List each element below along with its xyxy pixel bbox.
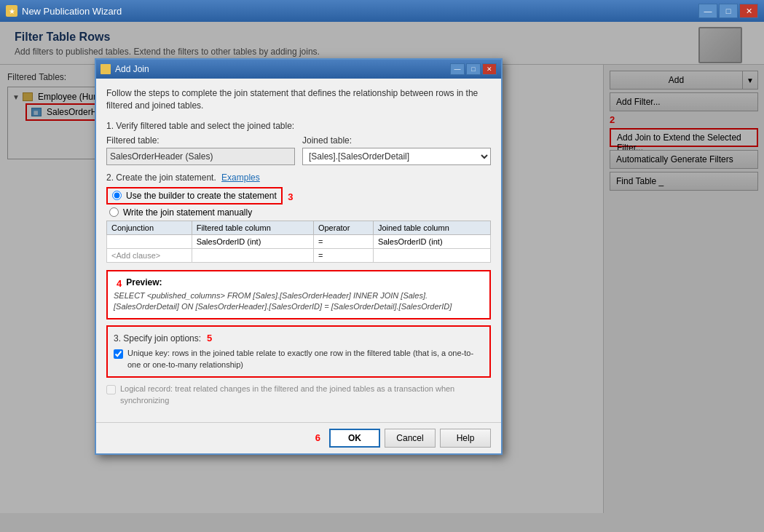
cell-filtered-col-1: SalesOrderID (int) — [192, 234, 313, 248]
joined-table-col: Joined table: [Sales].[SalesOrderDetail]… — [302, 135, 491, 165]
step-3-label: 3 — [288, 191, 293, 202]
logical-record-checkbox — [106, 385, 116, 394]
cell-filtered-col-2 — [192, 248, 313, 262]
filtered-table-col: Filtered table: — [106, 135, 295, 165]
help-button[interactable]: Help — [440, 429, 491, 448]
dialog-close-button[interactable]: ✕ — [482, 63, 497, 75]
radio2-container[interactable]: Write the join statement manually — [106, 207, 491, 218]
app-icon: ★ — [6, 5, 17, 17]
close-button[interactable]: ✕ — [739, 4, 758, 18]
cell-operator-2: = — [313, 248, 373, 262]
dialog-intro: Follow the steps to complete the join st… — [106, 87, 491, 112]
window-title: New Publication Wizard — [22, 6, 122, 17]
col-joined-col: Joined table column — [373, 221, 490, 234]
cell-conjunction-2[interactable]: <Add clause> — [107, 248, 192, 262]
logical-record-checkbox-item: Logical record: treat related changes in… — [106, 384, 491, 406]
main-window: Filter Table Rows Add filters to publish… — [0, 22, 764, 532]
radio2-label: Write the join statement manually — [123, 207, 252, 218]
radio1-highlight: Use the builder to create the statement — [106, 187, 283, 205]
dialog-body: Follow the steps to complete the join st… — [96, 79, 501, 422]
options-section: 3. Specify join options: 5 Unique key: r… — [106, 325, 491, 378]
cancel-button[interactable]: Cancel — [385, 429, 436, 448]
logical-record-label: Logical record: treat related changes in… — [120, 384, 491, 406]
unique-key-label: Unique key: rows in the joined table rel… — [127, 348, 484, 370]
preview-label: Preview: — [126, 277, 162, 287]
dialog-maximize-button[interactable]: □ — [466, 63, 481, 75]
title-bar-left: ★ New Publication Wizard — [6, 5, 122, 17]
radio-manual[interactable] — [109, 207, 119, 217]
logical-record-section: Logical record: treat related changes in… — [106, 384, 491, 406]
dialog-overlay: Add Join — □ ✕ Follow the steps to compl… — [0, 22, 764, 532]
maximize-button[interactable]: □ — [719, 4, 738, 18]
step1-header: 1. Verify filtered table and select the … — [106, 121, 491, 131]
tables-row: Filtered table: Joined table: [Sales].[S… — [106, 135, 491, 165]
examples-link[interactable]: Examples — [221, 172, 260, 183]
col-operator: Operator — [313, 221, 373, 234]
dialog-title: Add Join — [115, 64, 149, 74]
window-controls: — □ ✕ — [698, 4, 758, 18]
cell-operator-1: = — [313, 234, 373, 248]
step2-section: 2. Create the join statement. Examples U… — [106, 172, 491, 263]
step2-header: 2. Create the join statement. Examples — [106, 172, 491, 183]
ok-button[interactable]: OK — [329, 429, 380, 448]
add-join-dialog: Add Join — □ ✕ Follow the steps to compl… — [95, 58, 503, 455]
table-row[interactable]: <Add clause> = — [107, 248, 491, 262]
joined-table-select[interactable]: [Sales].[SalesOrderDetail] [Sales].[Sale… — [302, 148, 491, 165]
filtered-table-input[interactable] — [106, 148, 295, 165]
step3-header-row: 3. Specify join options: 5 — [114, 333, 484, 344]
col-conjunction: Conjunction — [107, 221, 192, 234]
table-row: SalesOrderID (int) = SalesOrderID (int) — [107, 234, 491, 248]
cell-conjunction-1 — [107, 234, 192, 248]
preview-section: 4 Preview: SELECT <published_columns> FR… — [106, 270, 491, 320]
step3-label: 3. Specify join options: — [114, 333, 201, 344]
join-table: Conjunction Filtered table column Operat… — [106, 221, 491, 263]
step-5-label: 5 — [207, 333, 212, 344]
dialog-titlebar: Add Join — □ ✕ — [96, 60, 501, 79]
unique-key-checkbox[interactable] — [114, 349, 123, 359]
col-filtered-col: Filtered table column — [192, 221, 313, 234]
radio-builder[interactable] — [112, 191, 122, 200]
filtered-table-label: Filtered table: — [106, 135, 295, 146]
title-bar: ★ New Publication Wizard — □ ✕ — [0, 0, 764, 22]
dialog-icon — [101, 64, 111, 74]
step-4-label: 4 — [117, 278, 122, 289]
preview-header-row: 4 Preview: — [114, 277, 484, 290]
joined-table-label: Joined table: — [302, 135, 491, 146]
step1-section: 1. Verify filtered table and select the … — [106, 121, 491, 165]
unique-key-checkbox-item: Unique key: rows in the joined table rel… — [114, 348, 484, 370]
radio1-label: Use the builder to create the statement — [126, 191, 277, 201]
cell-joined-col-2 — [373, 248, 490, 262]
dialog-titlebar-left: Add Join — [101, 64, 149, 74]
dialog-minimize-button[interactable]: — — [450, 63, 465, 75]
step-6-label: 6 — [315, 432, 320, 443]
dialog-controls: — □ ✕ — [450, 63, 497, 75]
preview-text: SELECT <published_columns> FROM [Sales].… — [114, 290, 484, 313]
radio1-container: Use the builder to create the statement … — [106, 187, 491, 205]
dialog-footer: 6 OK Cancel Help — [96, 422, 501, 453]
radio-group: Use the builder to create the statement … — [106, 187, 491, 218]
minimize-button[interactable]: — — [698, 4, 717, 18]
cell-joined-col-1: SalesOrderID (int) — [373, 234, 490, 248]
